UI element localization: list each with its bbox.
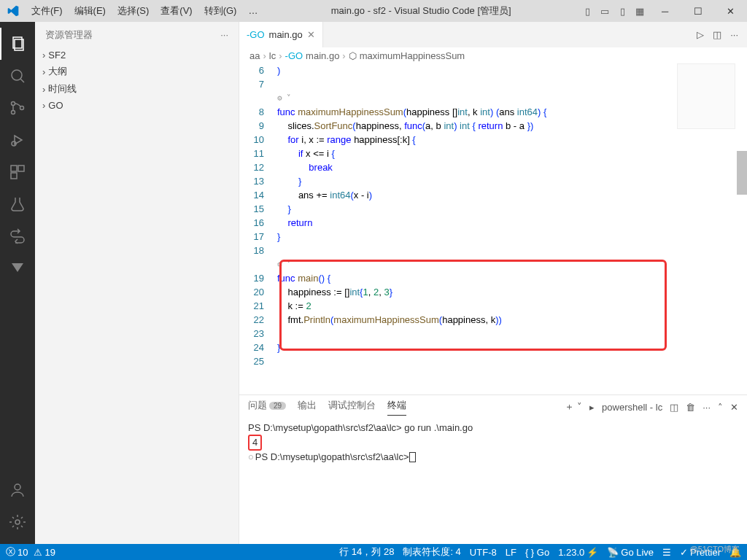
tab-label: main.go (269, 29, 303, 40)
svg-rect-9 (11, 166, 17, 171)
status-indent[interactable]: 制表符长度: 4 (403, 545, 460, 559)
menu-goto[interactable]: 转到(G) (198, 0, 243, 22)
close-icon[interactable]: ✕ (714, 0, 747, 22)
panel-tab-terminal[interactable]: 终端 (387, 399, 406, 416)
sidebar-item-sf2[interactable]: SF2 (35, 47, 239, 63)
svg-line-3 (20, 79, 24, 82)
titlebar: 文件(F) 编辑(E) 选择(S) 查看(V) 转到(G) … main.go … (0, 0, 747, 22)
status-eol[interactable]: LF (506, 547, 516, 558)
sidebar-item-go[interactable]: GO (35, 98, 239, 113)
vscode-icon (0, 5, 26, 17)
menu-view[interactable]: 查看(V) (155, 0, 198, 22)
tab-main-go[interactable]: -GO main.go ✕ (239, 22, 323, 47)
tab-close-icon[interactable]: ✕ (307, 29, 315, 40)
svg-point-13 (15, 484, 20, 490)
sidebar-more-icon[interactable]: ··· (220, 29, 228, 40)
terminal-cursor (409, 452, 416, 462)
status-language[interactable]: { } Go (525, 547, 549, 558)
debug-icon[interactable] (0, 124, 35, 156)
kill-terminal-icon[interactable]: 🗑 (686, 402, 695, 413)
svg-point-5 (12, 111, 15, 114)
status-position[interactable]: 行 14，列 28 (339, 545, 394, 559)
status-encoding[interactable]: UTF-8 (470, 547, 497, 558)
minimap[interactable] (677, 63, 735, 129)
explorer-icon[interactable] (0, 28, 35, 60)
testing-icon[interactable] (0, 188, 35, 220)
panel-tab-output[interactable]: 输出 (298, 399, 317, 415)
svg-point-6 (20, 106, 24, 110)
editor-zone: -GO main.go ✕ ▷ ◫ ··· aa› lc› -GOmain.go… (239, 22, 747, 544)
layout-toggle-sidebar-icon[interactable]: ▯ (578, 6, 596, 17)
symbol-icon: ⬡ (349, 50, 357, 61)
panel-tab-debug[interactable]: 调试控制台 (328, 399, 376, 415)
highlight-box (279, 260, 667, 351)
status-bar: ⓧ 10 ⚠ 19 行 14，列 28 制表符长度: 4 UTF-8 LF { … (0, 544, 747, 560)
terminal-output: 4 (248, 435, 262, 451)
settings-gear-icon[interactable] (0, 506, 35, 538)
watermark: @51CTO博客 (690, 542, 740, 556)
svg-point-2 (12, 70, 22, 80)
split-terminal-icon[interactable]: ◫ (670, 402, 678, 413)
terminal[interactable]: PS D:\mysetup\gopath\src\sf2\aa\lc> go r… (239, 419, 747, 544)
menu-select[interactable]: 选择(S) (112, 0, 155, 22)
status-go-live[interactable]: 📡 Go Live (607, 547, 654, 558)
menubar: 文件(F) 编辑(E) 选择(S) 查看(V) 转到(G) … (26, 0, 263, 22)
panel-tab-problems[interactable]: 问题29 (248, 399, 286, 415)
status-warnings[interactable]: ⚠ 19 (34, 547, 55, 558)
explorer-sidebar: 资源管理器 ··· SF2 大纲 时间线 GO (35, 22, 239, 544)
svg-point-4 (12, 102, 15, 106)
activity-bar (0, 22, 35, 544)
source-control-icon[interactable] (0, 92, 35, 124)
run-icon[interactable]: ▷ (697, 29, 704, 40)
svg-marker-12 (12, 263, 23, 272)
more-actions-icon[interactable]: ··· (730, 29, 738, 40)
layout-toggle-panel-icon[interactable]: ▭ (596, 6, 614, 17)
panel-more-icon[interactable]: ··· (703, 402, 711, 413)
go-activity-icon[interactable] (0, 220, 35, 252)
panel-maximize-icon[interactable]: ˄ (718, 402, 723, 413)
menu-edit[interactable]: 编辑(E) (69, 0, 112, 22)
status-prettier-extra-icon[interactable]: ☰ (662, 547, 671, 558)
window-title: main.go - sf2 - Visual Studio Code [管理员] (263, 4, 578, 18)
search-icon[interactable] (0, 60, 35, 92)
svg-rect-11 (11, 173, 17, 179)
layout-toggle-secondary-icon[interactable]: ▯ (614, 6, 631, 17)
svg-rect-10 (18, 166, 24, 171)
account-icon[interactable] (0, 474, 35, 506)
menu-file[interactable]: 文件(F) (26, 0, 69, 22)
terminal-shell-label[interactable]: powershell - lc (602, 402, 662, 413)
extensions-icon[interactable] (0, 156, 35, 188)
svg-point-14 (15, 520, 20, 524)
sidebar-item-outline[interactable]: 大纲 (35, 63, 239, 80)
filter-icon[interactable] (0, 252, 35, 284)
status-go-version[interactable]: 1.23.0 ⚡ (558, 547, 598, 558)
code-editor[interactable]: 678910111213141516171819202122232425 ) ⚙… (239, 63, 747, 394)
maximize-icon[interactable]: ☐ (681, 0, 714, 22)
panel-tabs: 问题29 输出 调试控制台 终端 ＋ ˅ ▸ powershell - lc ◫… (239, 395, 747, 419)
split-editor-icon[interactable]: ◫ (713, 29, 721, 40)
panel: 问题29 输出 调试控制台 终端 ＋ ˅ ▸ powershell - lc ◫… (239, 394, 747, 544)
sidebar-title: 资源管理器 ··· (35, 22, 239, 47)
status-errors[interactable]: ⓧ 10 (6, 545, 28, 559)
new-terminal-icon[interactable]: ＋ ˅ (565, 400, 582, 413)
sidebar-item-timeline[interactable]: 时间线 (35, 80, 239, 98)
panel-close-icon[interactable]: ✕ (730, 402, 738, 413)
layout-customize-icon[interactable]: ▦ (631, 6, 649, 17)
go-file-icon: -GO (247, 29, 265, 40)
minimize-icon[interactable]: ─ (649, 0, 681, 22)
editor-tabs: -GO main.go ✕ ▷ ◫ ··· (239, 22, 747, 47)
breadcrumbs[interactable]: aa› lc› -GOmain.go› ⬡maximumHappinessSum (239, 47, 747, 63)
terminal-shell-icon: ▸ (589, 402, 595, 413)
menu-more[interactable]: … (242, 0, 263, 22)
editor-scrollbar[interactable] (737, 63, 747, 394)
